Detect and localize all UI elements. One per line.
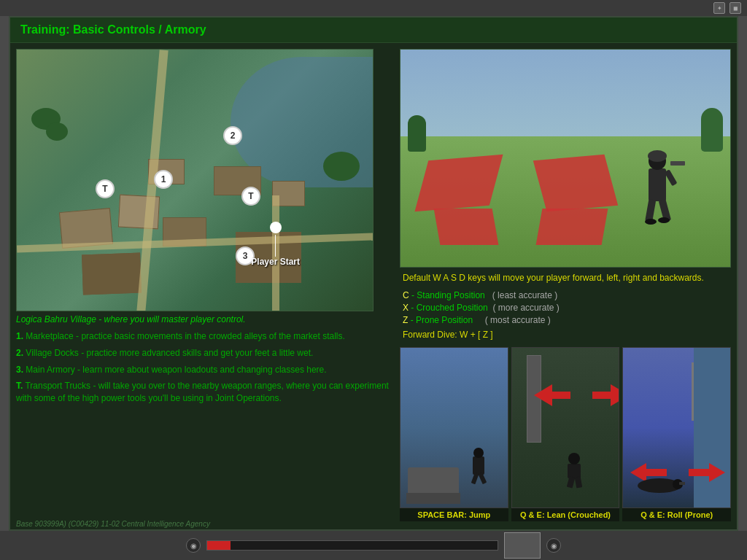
controls-main-desc: Default W A S D keys will move your play…	[403, 272, 728, 284]
player-start-circle	[270, 222, 282, 233]
svg-rect-5	[665, 169, 678, 186]
tree-2	[46, 122, 68, 141]
soldier-svg	[628, 143, 686, 230]
bottom-icon-left[interactable]: ◉	[186, 538, 201, 553]
screenshot-label-lean: Q & E: Lean (Crouched)	[511, 508, 620, 521]
item-num-3: 3.	[16, 365, 23, 375]
map-marker-t1: T	[96, 179, 115, 198]
screenshot-img-jump	[400, 347, 508, 508]
top-icon-2[interactable]: ◼	[729, 2, 741, 14]
sky-bg	[400, 50, 730, 136]
svg-marker-14	[592, 384, 620, 406]
screenshot-img-roll	[622, 347, 731, 508]
red-zone-3	[434, 209, 499, 245]
outer-frame: ✦ ◼ Training: Basic Controls / Armory	[0, 0, 747, 560]
svg-rect-18	[575, 476, 582, 488]
bottom-icon-small[interactable]: ◉	[546, 538, 561, 553]
title-bar: Training: Basic Controls / Armory	[10, 18, 737, 43]
map-marker-1: 1	[154, 170, 173, 189]
screenshot-item-roll: Q & E: Roll (Prone)	[622, 347, 731, 521]
controls-text: Default W A S D keys will move your play…	[400, 268, 731, 344]
jump-soldier-svg	[464, 446, 493, 489]
svg-rect-15	[568, 464, 581, 478]
pos-standing: Standing Position	[417, 290, 484, 300]
list-item-t: T. Transport Trucks - will take you over…	[16, 380, 391, 405]
bottom-screenshots: SPACE BAR: Jump	[400, 347, 731, 521]
progress-bar-fill	[207, 541, 231, 550]
forward-dive-text: Forward Dive: W + [ Z ]	[403, 330, 728, 340]
tree-bg-2	[408, 115, 426, 152]
control-line-z: Z - Prone Position ( most accurate )	[403, 315, 728, 325]
pole	[692, 362, 694, 421]
building-4	[82, 253, 142, 295]
svg-rect-12	[478, 472, 487, 484]
top-icon-1[interactable]: ✦	[713, 2, 725, 14]
svg-point-7	[645, 219, 657, 225]
svg-point-2	[648, 150, 667, 162]
svg-rect-17	[567, 476, 576, 489]
bottom-icon-right[interactable]	[504, 532, 541, 559]
svg-marker-13	[534, 384, 570, 406]
map-scene: 1 2 3 T T Player Start	[17, 50, 373, 311]
truck-body	[406, 493, 460, 504]
acc-prone: ( most accurate )	[485, 315, 551, 325]
svg-rect-23	[679, 482, 685, 485]
tree-bg-1	[701, 108, 723, 152]
left-panel: 1 2 3 T T Player Start Logica	[10, 43, 397, 527]
acc-crouched: ( more accurate )	[492, 303, 559, 313]
pos-prone: Prone Position	[416, 315, 473, 325]
page-title: Training: Basic Controls / Armory	[20, 23, 206, 36]
red-x-container	[422, 158, 627, 245]
svg-point-10	[473, 448, 484, 458]
lean-arrows-svg	[534, 381, 620, 410]
svg-rect-0	[649, 168, 666, 201]
main-content: Training: Basic Controls / Armory	[9, 16, 738, 531]
player-start-marker: Player Start	[251, 222, 300, 267]
progress-bar-container	[206, 540, 498, 551]
item-num-1: 1.	[16, 331, 23, 341]
item-text-t: Transport Trucks - will take you over to…	[16, 381, 389, 403]
screenshot-label-jump: SPACE BAR: Jump	[400, 508, 508, 521]
player-start-label: Player Start	[251, 257, 300, 267]
svg-rect-6	[670, 161, 685, 166]
screenshot-label-roll: Q & E: Roll (Prone)	[622, 508, 731, 521]
lean-soldier-svg	[560, 446, 597, 493]
map-marker-t2: T	[241, 187, 260, 206]
map-container: 1 2 3 T T Player Start	[16, 49, 374, 311]
truck-shape	[408, 467, 459, 497]
bottom-caption: Base 903999A) (C00429) 11-02 Central Int…	[16, 520, 210, 528]
item-text-2: Village Docks - practice more advanced s…	[26, 348, 313, 358]
red-zone-2	[533, 155, 618, 212]
acc-standing: ( least accurate )	[492, 290, 557, 300]
map-marker-2: 2	[223, 126, 242, 145]
list-item-3: 3. Main Armory - learn more about weapon…	[16, 364, 391, 376]
svg-rect-3	[645, 199, 656, 222]
list-item-2: 2. Village Docks - practice more advance…	[16, 347, 391, 359]
key-x: X	[403, 303, 409, 313]
player-start-line	[275, 235, 276, 257]
screenshot-item-jump: SPACE BAR: Jump	[400, 347, 508, 521]
item-text-3: Main Armory - learn more about weapon lo…	[26, 365, 326, 375]
svg-point-16	[568, 453, 580, 464]
control-line-c: C - Standing Position ( least accurate )	[403, 290, 728, 300]
item-text-1: Marketplace - practice basic movements i…	[26, 331, 345, 341]
roll-soldier-svg	[634, 471, 685, 497]
key-z: Z	[403, 315, 408, 325]
item-num-2: 2.	[16, 348, 23, 358]
top-bar: ✦ ◼	[0, 0, 747, 16]
content-layout: 1 2 3 T T Player Start Logica	[10, 43, 737, 527]
control-line-x: X - Crouched Position ( more accurate )	[403, 303, 728, 313]
map-caption: Logica Bahru Village - where you will ma…	[16, 311, 391, 327]
key-c: C	[403, 290, 409, 300]
list-item-1: 1. Marketplace - practice basic movement…	[16, 330, 391, 343]
bottom-bar: ◉ ◉	[0, 531, 747, 560]
svg-rect-11	[471, 472, 479, 484]
svg-point-8	[658, 217, 670, 223]
right-panel: Default W A S D keys will move your play…	[397, 43, 737, 527]
tree-3	[323, 152, 360, 181]
pos-crouched: Crouched Position	[417, 303, 488, 313]
red-zone-1	[414, 155, 503, 212]
red-zone-4	[536, 209, 608, 245]
screenshot-item-lean: Q & E: Lean (Crouched)	[511, 347, 620, 521]
info-list: 1. Marketplace - practice basic movement…	[16, 327, 391, 412]
